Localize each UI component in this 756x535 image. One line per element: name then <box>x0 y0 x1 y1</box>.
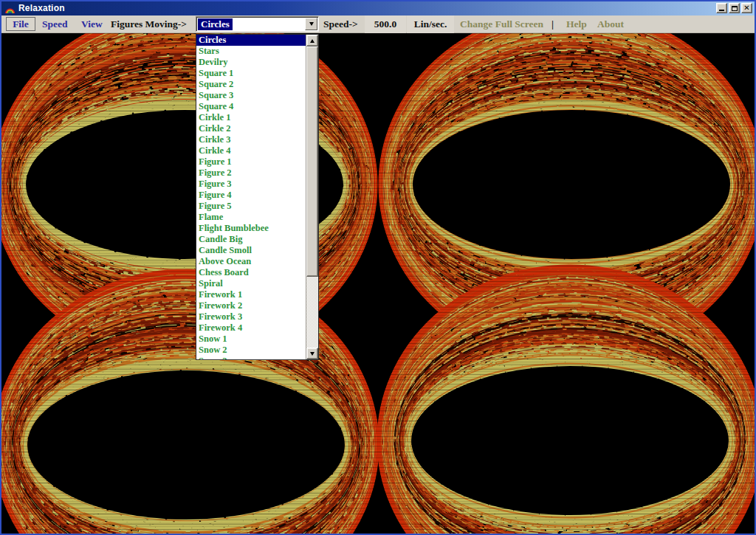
dropdown-item[interactable]: Snow 3 <box>196 356 306 359</box>
dropdown-item[interactable]: Firework 2 <box>196 300 306 311</box>
chevron-down-icon <box>309 22 314 26</box>
dropdown-item[interactable]: Cirkle 4 <box>196 145 306 156</box>
dropdown-item[interactable]: Spiral <box>196 278 306 289</box>
menu-separator: | <box>551 15 554 33</box>
window-title: Relaxation <box>18 1 65 15</box>
app-window: Relaxation ✕ File Speed View Figures Mov… <box>0 0 756 535</box>
speed-unit-label: Lin/sec. <box>407 15 454 33</box>
combobox-dropdown-button[interactable] <box>305 18 317 30</box>
figure-canvas <box>1 33 755 534</box>
app-rainbow-icon <box>4 3 16 14</box>
dropdown-item[interactable]: Candle Smoll <box>196 245 306 256</box>
dropdown-item[interactable]: Cirkle 1 <box>196 112 306 123</box>
speed-value-field[interactable]: 500.0 <box>365 15 406 33</box>
dropdown-item[interactable]: Square 2 <box>196 79 306 90</box>
toolbar: File Speed View Figures Moving-> Speed->… <box>1 15 755 33</box>
dropdown-item[interactable]: Figure 1 <box>196 156 306 168</box>
menu-file[interactable]: File <box>6 17 35 31</box>
maximize-button[interactable] <box>729 3 740 13</box>
dropdown-item[interactable]: Figure 5 <box>196 201 306 212</box>
combobox-selected-value: Circles <box>198 18 233 30</box>
dropdown-item[interactable]: Square 3 <box>196 90 306 101</box>
dropdown-item[interactable]: Flame <box>196 212 306 223</box>
dropdown-item[interactable]: Circles <box>196 35 306 46</box>
dropdown-items: CirclesStarsDevilrySquare 1Square 2Squar… <box>196 35 306 359</box>
close-icon: ✕ <box>743 4 749 12</box>
scrollbar-track[interactable] <box>306 277 318 349</box>
minimize-button[interactable] <box>716 3 727 13</box>
dropdown-item[interactable]: Firework 3 <box>196 311 306 322</box>
dropdown-item[interactable]: Above Ocean <box>196 256 306 267</box>
figure-combobox[interactable]: Circles <box>196 16 319 32</box>
change-full-screen-button[interactable]: Change Full Screen <box>460 15 543 33</box>
menu-view[interactable]: View <box>81 15 103 33</box>
close-button[interactable]: ✕ <box>741 3 752 13</box>
dropdown-item[interactable]: Square 1 <box>196 68 306 79</box>
dropdown-item[interactable]: Figure 3 <box>196 179 306 190</box>
menu-help[interactable]: Help <box>566 15 587 33</box>
dropdown-item[interactable]: Figure 2 <box>196 168 306 179</box>
figure-dropdown-list: CirclesStarsDevilrySquare 1Square 2Squar… <box>196 34 319 360</box>
dropdown-item[interactable]: Cirkle 2 <box>196 123 306 134</box>
dropdown-scrollbar[interactable] <box>306 35 318 359</box>
scroll-up-icon <box>310 39 315 43</box>
scrollbar-thumb[interactable] <box>306 46 318 277</box>
dropdown-item[interactable]: Candle Big <box>196 234 306 245</box>
dropdown-item[interactable]: Flight Bumblebee <box>196 223 306 234</box>
minimize-icon <box>719 10 724 11</box>
dropdown-item[interactable]: Chess Board <box>196 267 306 278</box>
dropdown-item[interactable]: Firework 4 <box>196 322 306 334</box>
speed-arrow-label: Speed-> <box>323 15 358 33</box>
menu-about[interactable]: About <box>597 15 624 33</box>
figures-moving-label: Figures Moving-> <box>111 15 187 33</box>
dropdown-item[interactable]: Square 4 <box>196 101 306 112</box>
scroll-down-button[interactable] <box>306 348 318 359</box>
dropdown-item[interactable]: Stars <box>196 46 306 57</box>
scroll-down-icon <box>310 352 315 356</box>
dropdown-item[interactable]: Snow 1 <box>196 334 306 345</box>
scroll-up-button[interactable] <box>306 35 318 46</box>
dropdown-item[interactable]: Snow 2 <box>196 345 306 356</box>
dropdown-item[interactable]: Cirkle 3 <box>196 134 306 145</box>
dropdown-item[interactable]: Firework 1 <box>196 289 306 300</box>
figure-display-area <box>1 33 755 534</box>
dropdown-item[interactable]: Devilry <box>196 57 306 68</box>
dropdown-item[interactable]: Figure 4 <box>196 190 306 201</box>
maximize-icon <box>732 6 738 11</box>
menu-speed[interactable]: Speed <box>42 15 68 33</box>
window-controls: ✕ <box>716 3 752 13</box>
titlebar[interactable]: Relaxation ✕ <box>1 1 755 15</box>
